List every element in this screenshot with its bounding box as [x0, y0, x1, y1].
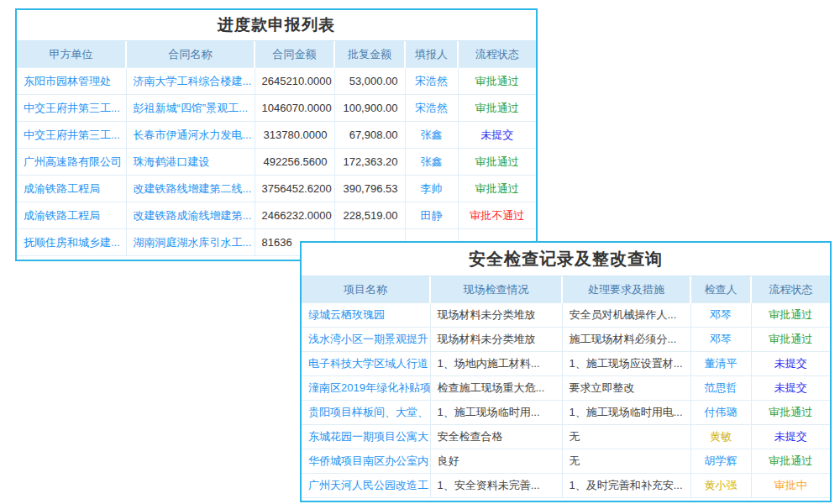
- cell-text: 172,363.20: [334, 149, 405, 176]
- cell-text: 2645210.0000: [255, 68, 334, 95]
- cell-link[interactable]: 东城花园一期项目公寓大: [302, 425, 430, 449]
- cell-text: 2466232.0000: [255, 202, 334, 229]
- table-row[interactable]: 成渝铁路工程局改建铁路成渝线增建第...2466232.0000228,519.…: [17, 202, 536, 229]
- status-badge: 审批通过: [751, 401, 830, 425]
- cell-text: 1、施工现场应设置材...: [562, 352, 690, 376]
- cell-link[interactable]: 邓琴: [690, 328, 751, 352]
- cell-text: 无: [562, 425, 690, 449]
- column-header: 合同金额: [255, 41, 334, 68]
- table-row[interactable]: 电子科技大学区域人行道1、场地内施工材料...1、施工现场应设置材...董清平未…: [302, 352, 830, 376]
- cell-link[interactable]: 东阳市园林管理处: [17, 68, 126, 95]
- cell-link[interactable]: 绿城云栖玫瑰园: [302, 303, 430, 328]
- cell-text: 53,000.00: [334, 68, 405, 95]
- table-row[interactable]: 绿城云栖玫瑰园现场材料未分类堆放安全员对机械操作人...邓琴审批通过: [302, 303, 830, 328]
- cell-link[interactable]: 华侨城项目南区办公室内: [302, 449, 430, 474]
- cell-text: 390,796.53: [334, 176, 405, 202]
- cell-text: 228,519.00: [334, 202, 405, 229]
- cell-text: 安全检查合格: [430, 425, 562, 449]
- cell-text: 1、及时完善和补充安...: [562, 474, 690, 498]
- cell-text: 施工现场材料必须分...: [562, 328, 690, 352]
- column-header: 流程状态: [458, 41, 536, 68]
- cell-link[interactable]: 长春市伊通河水力发电...: [126, 122, 255, 149]
- status-badge: 审批通过: [458, 95, 536, 122]
- status-badge: 审批通过: [751, 449, 830, 474]
- column-header: 流程状态: [751, 276, 830, 303]
- safety-inspection-panel: 安全检查记录及整改查询 项目名称现场检查情况处理要求及措施检查人流程状态绿城云栖…: [300, 241, 832, 502]
- cell-link[interactable]: 济南大学工科综合楼建...: [126, 68, 255, 95]
- cell-link[interactable]: 彭祖新城“四馆”景观工...: [126, 95, 255, 122]
- table-row[interactable]: 潼南区2019年绿化补贴项检查施工现场重大危...要求立即整改范思哲未提交: [302, 376, 830, 401]
- progress-payment-panel: 进度款申报列表 甲方单位合同名称合同金额批复金额填报人流程状态东阳市园林管理处济…: [15, 8, 538, 261]
- table-row[interactable]: 中交王府井第三工...长春市伊通河水力发电...313780.000067,90…: [17, 122, 536, 149]
- status-badge: 未提交: [751, 352, 830, 376]
- column-header: 甲方单位: [17, 41, 126, 68]
- cell-text: 1046070.0000: [255, 95, 334, 122]
- cell-link[interactable]: 改建铁路成渝线增建第...: [126, 202, 255, 229]
- cell-text: 安全员对机械操作人...: [562, 303, 690, 328]
- status-badge: 审批通过: [458, 176, 536, 202]
- cell-link[interactable]: 成渝铁路工程局: [17, 202, 126, 229]
- cell-link[interactable]: 广州天河人民公园改造工: [302, 474, 430, 498]
- table-row[interactable]: 广州天河人民公园改造工1、安全资料未完善...1、及时完善和补充安...黄小强审…: [302, 474, 830, 498]
- cell-link[interactable]: 李帅: [405, 176, 458, 202]
- table-row[interactable]: 华侨城项目南区办公室内良好无胡学辉审批通过: [302, 449, 830, 474]
- table-row[interactable]: 广州高速路有限公司珠海鹤港口建设492256.5600172,363.20张鑫审…: [17, 149, 536, 176]
- cell-text: 要求立即整改: [562, 376, 690, 401]
- cell-text: 492256.5600: [255, 149, 334, 176]
- cell-text: 1、施工现场临时用电...: [562, 401, 690, 425]
- cell-link[interactable]: 中交王府井第三工...: [17, 122, 126, 149]
- status-badge: 审批通过: [458, 149, 536, 176]
- cell-text: 313780.0000: [255, 122, 334, 149]
- status-badge: 未提交: [751, 425, 830, 449]
- cell-text: 3756452.6200: [255, 176, 334, 202]
- header-row: 甲方单位合同名称合同金额批复金额填报人流程状态: [17, 41, 536, 68]
- cell-link[interactable]: 宋浩然: [405, 68, 458, 95]
- cell-text: 良好: [430, 449, 562, 474]
- cell-link[interactable]: 宋浩然: [405, 95, 458, 122]
- status-badge: 审批通过: [751, 328, 830, 352]
- cell-link[interactable]: 胡学辉: [690, 449, 751, 474]
- table-row[interactable]: 贵阳项目样板间、大堂、1、施工现场临时用...1、施工现场临时用电...付伟璐审…: [302, 401, 830, 425]
- table-row[interactable]: 东阳市园林管理处济南大学工科综合楼建...2645210.000053,000.…: [17, 68, 536, 95]
- cell-link[interactable]: 范思哲: [690, 376, 751, 401]
- progress-panel-title: 进度款申报列表: [17, 10, 536, 41]
- table-row[interactable]: 东城花园一期项目公寓大安全检查合格无黄敏未提交: [302, 425, 830, 449]
- cell-link[interactable]: 电子科技大学区域人行道: [302, 352, 430, 376]
- column-header: 处理要求及措施: [562, 276, 690, 303]
- status-badge: 未提交: [751, 376, 830, 401]
- column-header: 项目名称: [302, 276, 430, 303]
- cell-link[interactable]: 抚顺住房和城乡建...: [17, 229, 126, 256]
- table-row[interactable]: 成渝铁路工程局改建铁路线增建第二线...3756452.6200390,796.…: [17, 176, 536, 202]
- safety-panel-title: 安全检查记录及整改查询: [302, 243, 830, 276]
- column-header: 填报人: [405, 41, 458, 68]
- status-badge: 未提交: [458, 122, 536, 149]
- cell-link[interactable]: 浅水湾小区一期景观提升: [302, 328, 430, 352]
- cell-link[interactable]: 董清平: [690, 352, 751, 376]
- status-badge: 审批不通过: [458, 202, 536, 229]
- cell-link[interactable]: 黄敏: [690, 425, 751, 449]
- column-header: 检查人: [690, 276, 751, 303]
- cell-link[interactable]: 潼南区2019年绿化补贴项: [302, 376, 430, 401]
- cell-link[interactable]: 张鑫: [405, 149, 458, 176]
- cell-link[interactable]: 湖南洞庭湖水库引水工...: [126, 229, 255, 256]
- status-badge: 审批通过: [751, 303, 830, 328]
- safety-inspection-table: 项目名称现场检查情况处理要求及措施检查人流程状态绿城云栖玫瑰园现场材料未分类堆放…: [302, 276, 830, 498]
- cell-link[interactable]: 中交王府井第三工...: [17, 95, 126, 122]
- cell-link[interactable]: 田静: [405, 202, 458, 229]
- cell-link[interactable]: 改建铁路线增建第二线...: [126, 176, 255, 202]
- cell-text: 现场材料未分类堆放: [430, 328, 562, 352]
- cell-link[interactable]: 广州高速路有限公司: [17, 149, 126, 176]
- status-badge: 审批中: [751, 474, 830, 498]
- cell-text: 现场材料未分类堆放: [430, 303, 562, 328]
- cell-link[interactable]: 贵阳项目样板间、大堂、: [302, 401, 430, 425]
- cell-link[interactable]: 黄小强: [690, 474, 751, 498]
- table-row[interactable]: 中交王府井第三工...彭祖新城“四馆”景观工...1046070.0000100…: [17, 95, 536, 122]
- cell-link[interactable]: 邓琴: [690, 303, 751, 328]
- cell-text: 67,908.00: [334, 122, 405, 149]
- cell-link[interactable]: 付伟璐: [690, 401, 751, 425]
- cell-text: 1、场地内施工材料...: [430, 352, 562, 376]
- cell-link[interactable]: 珠海鹤港口建设: [126, 149, 255, 176]
- table-row[interactable]: 浅水湾小区一期景观提升现场材料未分类堆放施工现场材料必须分...邓琴审批通过: [302, 328, 830, 352]
- cell-link[interactable]: 成渝铁路工程局: [17, 176, 126, 202]
- cell-link[interactable]: 张鑫: [405, 122, 458, 149]
